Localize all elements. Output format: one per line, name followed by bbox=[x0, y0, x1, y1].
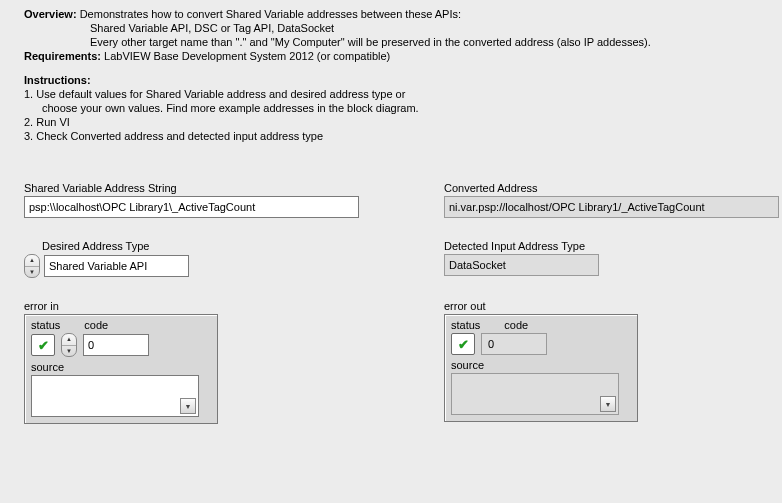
desired-type-spinner[interactable]: ▲ ▼ bbox=[24, 254, 40, 278]
error-in-label: error in bbox=[24, 300, 384, 312]
error-in-cluster: status code ✔ ▲ ▼ 0 source ▼ bbox=[24, 314, 218, 424]
instructions-label: Instructions: bbox=[24, 74, 758, 86]
error-in-status-label: status bbox=[31, 319, 60, 331]
overview-line1: Demonstrates how to convert Shared Varia… bbox=[80, 8, 461, 20]
requirements-text: LabVIEW Base Development System 2012 (or… bbox=[104, 50, 390, 62]
input-address-label: Shared Variable Address String bbox=[24, 182, 384, 194]
overview-line2: Shared Variable API, DSC or Tag API, Dat… bbox=[24, 22, 334, 34]
spinner-down-icon[interactable]: ▼ bbox=[62, 345, 76, 357]
error-out-source-field: ▼ bbox=[451, 373, 619, 415]
detected-type-field: DataSocket bbox=[444, 254, 599, 276]
error-in-source-label: source bbox=[31, 361, 64, 373]
scroll-down-icon[interactable]: ▼ bbox=[180, 398, 196, 414]
error-out-status-label: status bbox=[451, 319, 480, 331]
error-in-source-field[interactable]: ▼ bbox=[31, 375, 199, 417]
detected-type-label: Detected Input Address Type bbox=[444, 240, 758, 252]
overview-line3: Every other target name than "." and "My… bbox=[24, 36, 651, 48]
instructions-line1: 1. Use default values for Shared Variabl… bbox=[24, 88, 758, 100]
error-out-label: error out bbox=[444, 300, 758, 312]
error-in-code-spinner[interactable]: ▲ ▼ bbox=[61, 333, 77, 357]
scroll-down-icon[interactable]: ▼ bbox=[600, 396, 616, 412]
check-icon: ✔ bbox=[458, 337, 469, 352]
spinner-up-icon[interactable]: ▲ bbox=[25, 255, 39, 266]
error-out-source-label: source bbox=[451, 359, 484, 371]
overview-label: Overview: bbox=[24, 8, 77, 20]
error-in-code-field[interactable]: 0 bbox=[83, 334, 149, 356]
converted-address-label: Converted Address bbox=[444, 182, 758, 194]
desired-type-label: Desired Address Type bbox=[42, 240, 384, 252]
instructions-line3: 3. Check Converted address and detected … bbox=[24, 130, 758, 142]
desired-type-field[interactable]: Shared Variable API bbox=[44, 255, 189, 277]
converted-address-field: ni.var.psp://localhost/OPC Library1/_Act… bbox=[444, 196, 779, 218]
error-out-status-led: ✔ bbox=[451, 333, 475, 355]
input-address-field[interactable] bbox=[24, 196, 359, 218]
spinner-down-icon[interactable]: ▼ bbox=[25, 266, 39, 278]
instructions-line2: 2. Run VI bbox=[24, 116, 758, 128]
check-icon: ✔ bbox=[38, 338, 49, 353]
error-in-status-led[interactable]: ✔ bbox=[31, 334, 55, 356]
requirements-label: Requirements: bbox=[24, 50, 101, 62]
spinner-up-icon[interactable]: ▲ bbox=[62, 334, 76, 345]
error-out-cluster: status code ✔ 0 source ▼ bbox=[444, 314, 638, 422]
error-in-code-label: code bbox=[84, 319, 108, 331]
instructions-line1b: choose your own values. Find more exampl… bbox=[42, 102, 419, 114]
error-out-code-field: 0 bbox=[481, 333, 547, 355]
error-out-code-label: code bbox=[504, 319, 528, 331]
